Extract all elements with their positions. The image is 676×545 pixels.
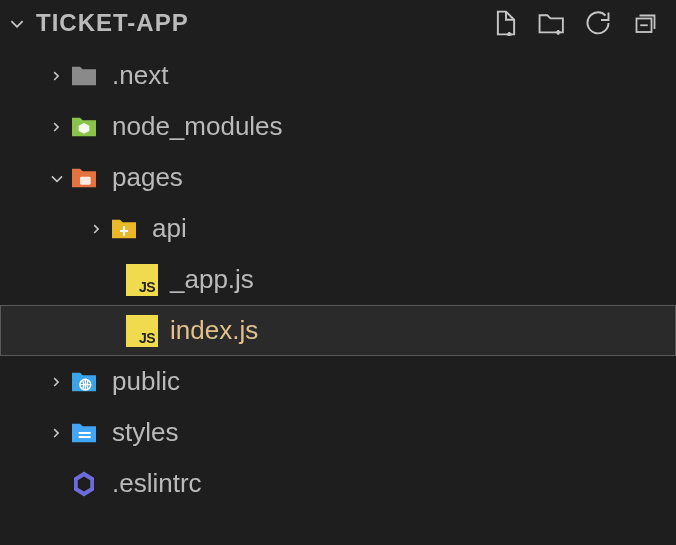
tree-item-label: .next bbox=[112, 60, 168, 91]
tree-item-label: index.js bbox=[170, 315, 258, 346]
tree-item-folder[interactable]: pages bbox=[0, 152, 676, 203]
file-tree: .next node_modules pages bbox=[0, 46, 676, 509]
tree-item-label: node_modules bbox=[112, 111, 283, 142]
collapse-all-icon[interactable] bbox=[630, 9, 658, 37]
chevron-right-icon[interactable] bbox=[86, 218, 108, 240]
project-title: TICKET-APP bbox=[36, 9, 189, 37]
folder-styles-icon bbox=[68, 417, 100, 449]
refresh-icon[interactable] bbox=[584, 9, 612, 37]
tree-item-label: .eslintrc bbox=[112, 468, 202, 499]
chevron-right-icon[interactable] bbox=[46, 422, 68, 444]
tree-item-label: public bbox=[112, 366, 180, 397]
folder-api-icon bbox=[108, 213, 140, 245]
tree-item-label: _app.js bbox=[170, 264, 254, 295]
explorer-header: TICKET-APP bbox=[0, 0, 676, 46]
tree-item-folder[interactable]: node_modules bbox=[0, 101, 676, 152]
new-file-icon[interactable] bbox=[492, 9, 520, 37]
tree-item-folder[interactable]: .next bbox=[0, 50, 676, 101]
tree-item-label: api bbox=[152, 213, 187, 244]
chevron-right-icon[interactable] bbox=[46, 65, 68, 87]
svg-rect-1 bbox=[80, 176, 91, 184]
js-file-icon: JS bbox=[126, 315, 158, 347]
chevron-down-icon[interactable] bbox=[6, 12, 28, 34]
header-actions bbox=[492, 9, 666, 37]
tree-item-file[interactable]: JS _app.js bbox=[0, 254, 676, 305]
tree-item-folder[interactable]: api bbox=[0, 203, 676, 254]
chevron-right-icon[interactable] bbox=[46, 371, 68, 393]
new-folder-icon[interactable] bbox=[538, 9, 566, 37]
tree-item-label: styles bbox=[112, 417, 178, 448]
eslint-icon bbox=[68, 468, 100, 500]
folder-node-modules-icon bbox=[68, 111, 100, 143]
tree-item-file[interactable]: .eslintrc bbox=[0, 458, 676, 509]
tree-item-folder[interactable]: public bbox=[0, 356, 676, 407]
js-file-icon: JS bbox=[126, 264, 158, 296]
chevron-right-icon[interactable] bbox=[46, 116, 68, 138]
folder-icon bbox=[68, 60, 100, 92]
chevron-down-icon[interactable] bbox=[46, 167, 68, 189]
header-left[interactable]: TICKET-APP bbox=[6, 9, 189, 37]
tree-item-label: pages bbox=[112, 162, 183, 193]
tree-item-folder[interactable]: styles bbox=[0, 407, 676, 458]
folder-pages-icon bbox=[68, 162, 100, 194]
tree-item-file[interactable]: JS index.js bbox=[0, 305, 676, 356]
folder-public-icon bbox=[68, 366, 100, 398]
